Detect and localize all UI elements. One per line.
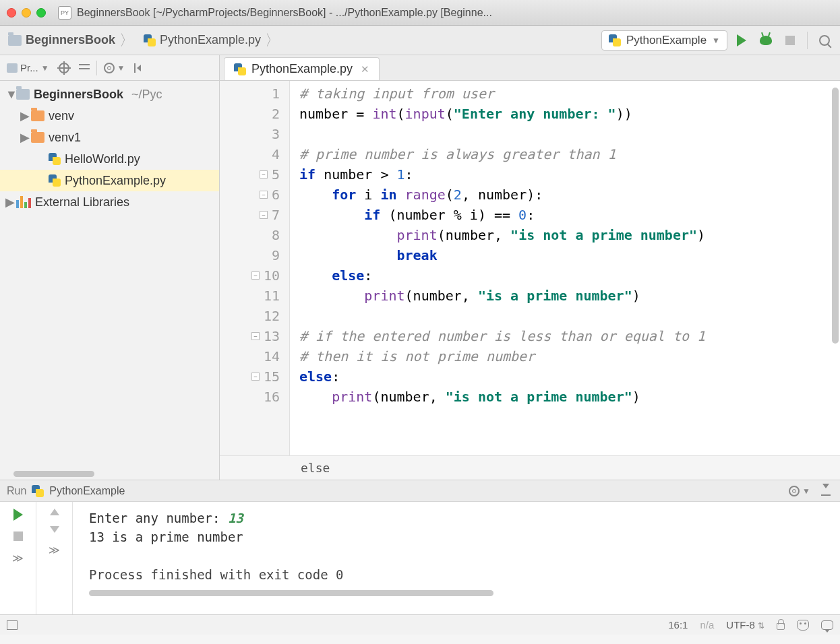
collapse-all-button[interactable] <box>76 61 92 75</box>
editor-scrollbar[interactable] <box>831 81 839 455</box>
code-line[interactable]: else: <box>299 366 840 387</box>
debug-button[interactable] <box>756 30 776 51</box>
code-line[interactable]: # taking input from user <box>299 84 840 104</box>
editor-breadcrumb[interactable]: else <box>220 455 840 480</box>
code-line[interactable]: print(number, "is not a prime number") <box>299 387 840 407</box>
minimize-window-button[interactable] <box>22 8 31 18</box>
tool-windows-button[interactable] <box>7 620 18 630</box>
project-icon <box>7 63 18 73</box>
settings-button[interactable]: ▼ <box>101 61 128 75</box>
code-line[interactable]: for i in range(2, number): <box>299 185 840 205</box>
folder-icon <box>31 110 44 121</box>
code-editor[interactable]: −1−2−3−4−5−6−7−8−9−10−11−12−13−14−15−16 … <box>220 81 840 455</box>
project-tree[interactable]: ▼ BeginnersBook ~/Pyc ▶venv▶venv1HelloWo… <box>0 81 219 468</box>
inspections-status[interactable]: n/a <box>700 619 714 631</box>
memory-indicator-icon[interactable] <box>797 620 809 631</box>
rerun-button[interactable] <box>13 509 23 521</box>
code-line[interactable] <box>299 124 840 144</box>
search-everywhere-button[interactable] <box>814 30 835 51</box>
line-number: 7 <box>272 205 280 225</box>
feedback-icon[interactable] <box>821 620 833 630</box>
console-exit-line: Process finished with exit code 0 <box>89 565 836 584</box>
down-stack-button[interactable] <box>50 526 59 533</box>
code-content[interactable]: # taking input from usernumber = int(inp… <box>290 81 840 455</box>
console-scrollbar[interactable] <box>89 588 836 598</box>
folder-icon <box>8 35 22 46</box>
breadcrumb-file[interactable]: PythonExample.py 〉 <box>141 30 282 51</box>
up-stack-button[interactable] <box>50 509 59 515</box>
line-number: 1 <box>272 84 280 104</box>
run-configuration-selector[interactable]: PythonExample ▼ <box>601 30 727 51</box>
editor-gutter[interactable]: −1−2−3−4−5−6−7−8−9−10−11−12−13−14−15−16 <box>220 81 290 455</box>
fold-toggle[interactable]: − <box>251 271 260 280</box>
editor-tabs: PythonExample.py ✕ <box>220 55 840 81</box>
collapse-icon <box>79 63 90 73</box>
code-line[interactable]: print(number, "is not a prime number") <box>299 225 840 245</box>
separator <box>807 32 808 49</box>
close-tab-icon[interactable]: ✕ <box>361 63 369 75</box>
fold-toggle[interactable]: − <box>260 211 268 219</box>
stop-icon <box>785 36 795 45</box>
expand-icon[interactable]: ▶ <box>5 195 12 210</box>
stop-button[interactable] <box>13 532 23 541</box>
editor-tab[interactable]: PythonExample.py ✕ <box>224 57 380 80</box>
readonly-toggle[interactable] <box>777 623 785 630</box>
code-line[interactable]: print(number, "is a prime number") <box>299 286 840 306</box>
tree-item[interactable]: ▶venv <box>0 105 219 127</box>
expand-icon[interactable]: ▼ <box>5 88 12 102</box>
more-actions-button[interactable]: ≫ <box>12 552 24 565</box>
tree-item[interactable]: HelloWorld.py <box>0 148 219 170</box>
hide-button[interactable] <box>131 62 144 74</box>
line-number: 12 <box>264 306 280 326</box>
console-output[interactable]: Enter any number: 13 13 is a prime numbe… <box>73 502 840 614</box>
code-line[interactable]: # then it is not prime number <box>299 346 840 366</box>
code-line[interactable]: # prime number is always greater than 1 <box>299 144 840 164</box>
fold-toggle[interactable]: − <box>260 191 268 199</box>
code-line[interactable]: number = int(input("Enter any number: ")… <box>299 104 840 124</box>
export-button[interactable] <box>818 485 833 497</box>
project-view-label: Pr... <box>20 62 38 73</box>
close-window-button[interactable] <box>7 8 16 18</box>
code-line[interactable]: # if the entered number is less than or … <box>299 326 840 346</box>
zoom-window-button[interactable] <box>36 8 46 18</box>
editor-tab-label: PythonExample.py <box>251 62 353 76</box>
window-title: BeginnersBook [~/PycharmProjects/Beginne… <box>77 7 492 19</box>
more-nav-button[interactable]: ≫ <box>49 544 60 556</box>
breadcrumb-project[interactable]: BeginnersBook 〉 <box>5 30 137 51</box>
code-line[interactable]: else: <box>299 265 840 286</box>
run-button[interactable] <box>731 30 752 51</box>
window-titlebar: PY BeginnersBook [~/PycharmProjects/Begi… <box>0 0 840 26</box>
sidebar-scrollbar[interactable] <box>0 468 219 480</box>
chevron-right-icon: 〉 <box>119 30 134 51</box>
stop-button[interactable] <box>780 30 800 51</box>
run-header: Run PythonExample ▼ <box>0 480 840 502</box>
code-line[interactable] <box>299 306 840 326</box>
run-config-label: PythonExample <box>626 34 707 47</box>
expand-icon[interactable]: ▶ <box>20 108 27 123</box>
app-icon: PY <box>58 6 71 20</box>
expand-icon[interactable]: ▶ <box>20 130 27 145</box>
fold-toggle[interactable]: − <box>251 332 260 340</box>
run-settings-button[interactable]: ▼ <box>786 484 813 498</box>
tree-item-label: HelloWorld.py <box>65 152 140 166</box>
project-view-selector[interactable]: Pr... ▼ <box>4 61 52 75</box>
code-line[interactable]: break <box>299 245 840 265</box>
stop-icon <box>13 532 23 541</box>
encoding-selector[interactable]: UTF-8 ⇅ <box>726 619 764 631</box>
tree-item[interactable]: PythonExample.py <box>0 170 219 191</box>
code-line[interactable]: if number > 1: <box>299 164 840 185</box>
breadcrumb-file-label: PythonExample.py <box>160 33 261 47</box>
fold-toggle[interactable]: − <box>260 170 268 179</box>
fold-toggle[interactable]: − <box>251 373 260 381</box>
console-user-input: 13 <box>228 511 243 525</box>
python-file-icon <box>144 34 156 46</box>
tree-root[interactable]: ▼ BeginnersBook ~/Pyc <box>0 84 219 105</box>
cursor-position[interactable]: 16:1 <box>668 619 688 631</box>
code-line[interactable]: if (number % i) == 0: <box>299 205 840 225</box>
external-libraries[interactable]: ▶ External Libraries <box>0 191 219 213</box>
run-nav-col: ≫ <box>36 502 73 614</box>
scroll-from-source-button[interactable] <box>56 61 72 75</box>
tree-item[interactable]: ▶venv1 <box>0 127 219 148</box>
line-number: 16 <box>264 387 280 407</box>
arrow-down-icon <box>50 526 59 533</box>
